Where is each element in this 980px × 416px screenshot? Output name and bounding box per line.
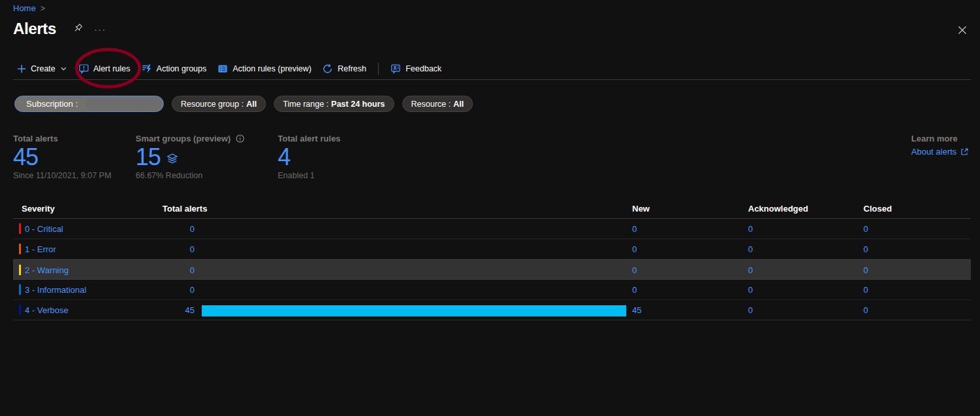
cell-new[interactable]: 45 — [632, 305, 641, 315]
severity-row-informational[interactable]: 3 - Informational0000 — [13, 280, 971, 300]
close-icon[interactable] — [957, 25, 968, 38]
breadcrumb-home[interactable]: Home — [13, 3, 36, 13]
toolbar-divider — [13, 79, 971, 80]
severity-row-critical[interactable]: 0 - Critical0000 — [13, 219, 971, 239]
toolbar-refresh-button[interactable]: Refresh — [322, 64, 366, 74]
action-groups-icon — [141, 64, 152, 74]
cell-total-alerts[interactable]: 45 — [118, 305, 195, 315]
column-header-acknowledged[interactable]: Acknowledged — [748, 204, 808, 214]
severity-color-bar — [19, 284, 21, 295]
toolbar-label: Refresh — [337, 64, 366, 73]
cell-total-alerts[interactable]: 0 — [118, 285, 195, 295]
cell-closed[interactable]: 0 — [863, 305, 868, 315]
external-link-icon — [960, 148, 968, 156]
severity-row-error[interactable]: 1 - Error0000 — [13, 239, 971, 259]
toolbar-label: Create — [31, 64, 56, 73]
severity-row-warning[interactable]: 2 - Warning0000 — [13, 259, 971, 280]
column-header-closed[interactable]: Closed — [863, 204, 892, 214]
severity-link[interactable]: 0 - Critical — [25, 224, 64, 234]
pin-icon[interactable] — [72, 23, 83, 37]
cell-acknowledged[interactable]: 0 — [748, 224, 753, 234]
severity-link[interactable]: 4 - Verbose — [25, 305, 69, 315]
filter-pill-subscription[interactable]: Subscription : — [14, 96, 164, 112]
cell-closed[interactable]: 0 — [863, 265, 868, 275]
severity-color-bar — [19, 265, 21, 275]
toolbar-feedback-button[interactable]: Feedback — [390, 64, 442, 74]
stat-value[interactable]: 45 — [13, 145, 111, 170]
more-options-button[interactable]: ··· — [94, 24, 107, 35]
toolbar-create-button[interactable]: Create — [17, 64, 67, 73]
plus-icon — [17, 64, 26, 73]
stat-subtext: 66.67% Reduction — [136, 171, 244, 180]
toolbar-label: Action groups — [157, 64, 206, 73]
toolbar-label: Feedback — [405, 64, 442, 73]
layers-icon — [166, 153, 179, 166]
toolbar-separator — [378, 63, 379, 75]
filter-value-redacted — [86, 97, 162, 111]
cell-total-alerts[interactable]: 0 — [118, 224, 195, 234]
stat-total-alerts: Total alerts45Since 11/10/2021, 9:07 PM — [13, 134, 111, 180]
info-icon[interactable] — [236, 134, 244, 143]
action-rules-icon — [217, 64, 228, 74]
table-header-row: SeverityTotal alertsNewAcknowledgedClose… — [13, 199, 971, 219]
severity-link[interactable]: 1 - Error — [25, 244, 56, 254]
severity-color-bar — [19, 305, 21, 315]
cell-acknowledged[interactable]: 0 — [748, 244, 753, 254]
column-header-severity[interactable]: Severity — [22, 204, 55, 214]
filter-bar: Subscription :Resource group :AllTime ra… — [14, 96, 473, 112]
toolbar-alert-rules-button[interactable]: Alert rules — [79, 64, 130, 74]
stat-value[interactable]: 4 — [278, 145, 341, 170]
severity-color-bar — [19, 244, 21, 254]
toolbar-label: Alert rules — [94, 64, 130, 73]
cell-closed[interactable]: 0 — [863, 244, 868, 254]
filter-pill-resource[interactable]: Resource :All — [402, 96, 473, 112]
column-header-new[interactable]: New — [632, 204, 650, 214]
total-alerts-bar — [202, 305, 626, 316]
stat-smart-groups: Smart groups (preview)1566.67% Reduction — [136, 134, 244, 180]
cell-closed[interactable]: 0 — [863, 224, 868, 234]
chevron-down-icon — [60, 65, 67, 73]
refresh-icon — [322, 64, 333, 74]
severity-color-bar — [19, 223, 21, 234]
stat-value[interactable]: 15 — [136, 145, 244, 170]
cell-new[interactable]: 0 — [632, 285, 637, 295]
learn-block: Learn more About alerts — [911, 134, 968, 157]
breadcrumb: Home > — [13, 3, 45, 13]
toolbar: CreateAlert rulesAction groupsAction rul… — [17, 60, 442, 77]
cell-acknowledged[interactable]: 0 — [748, 265, 753, 275]
toolbar-label: Action rules (preview) — [233, 64, 311, 73]
filter-pill-resource-group[interactable]: Resource group :All — [172, 96, 266, 112]
cell-total-alerts[interactable]: 0 — [118, 265, 195, 275]
cell-new[interactable]: 0 — [632, 244, 637, 254]
feedback-icon — [390, 64, 401, 74]
breadcrumb-chevron-icon: > — [41, 4, 45, 13]
cell-acknowledged[interactable]: 0 — [748, 305, 753, 315]
alerts-table: SeverityTotal alertsNewAcknowledgedClose… — [13, 199, 971, 320]
severity-link[interactable]: 2 - Warning — [25, 265, 69, 275]
about-alerts-link[interactable]: About alerts — [911, 147, 968, 157]
toolbar-action-groups-button[interactable]: Action groups — [141, 64, 206, 74]
alert-rules-icon — [79, 64, 89, 74]
toolbar-action-rules-button[interactable]: Action rules (preview) — [217, 64, 311, 74]
severity-row-verbose[interactable]: 4 - Verbose454500 — [13, 300, 971, 320]
cell-total-alerts[interactable]: 0 — [118, 244, 195, 254]
stat-subtext: Since 11/10/2021, 9:07 PM — [13, 171, 111, 180]
stat-subtext: Enabled 1 — [278, 171, 341, 180]
cell-closed[interactable]: 0 — [863, 285, 868, 295]
page-title: Alerts — [13, 20, 56, 38]
column-header-total-alerts[interactable]: Total alerts — [162, 204, 207, 214]
stat-total-alert-rules: Total alert rules4Enabled 1 — [278, 134, 341, 180]
filter-pill-time-range[interactable]: Time range :Past 24 hours — [274, 96, 394, 112]
learn-more-label: Learn more — [911, 134, 968, 143]
cell-new[interactable]: 0 — [632, 265, 637, 275]
cell-new[interactable]: 0 — [632, 224, 637, 234]
cell-acknowledged[interactable]: 0 — [748, 285, 753, 295]
severity-link[interactable]: 3 - Informational — [25, 285, 86, 295]
